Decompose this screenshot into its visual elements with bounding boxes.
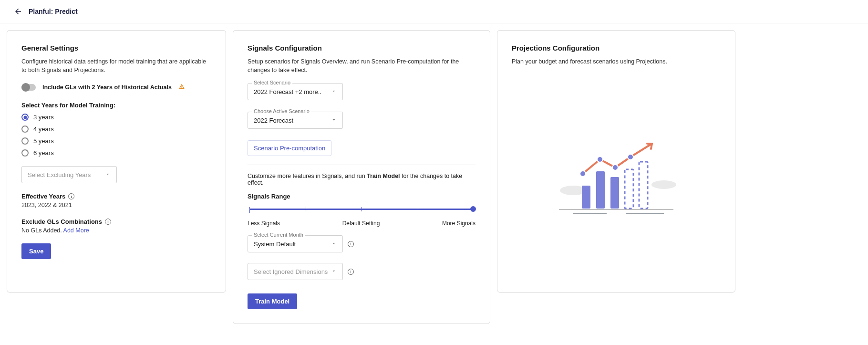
exclude-gls-value: No GLs Added. Add More bbox=[21, 227, 211, 234]
ignored-dimensions-placeholder: Select Ignored Dimensions bbox=[254, 268, 331, 275]
radio-label: 6 years bbox=[33, 149, 54, 157]
slider-labels: Less Signals Default Setting More Signal… bbox=[248, 220, 475, 227]
svg-rect-9 bbox=[639, 162, 648, 209]
signals-heading: Signals Configuration bbox=[248, 44, 475, 52]
select-scenario-label: Select Scenario bbox=[252, 80, 292, 85]
excluding-years-select[interactable]: Select Excluding Years bbox=[21, 166, 117, 183]
general-heading: General Settings bbox=[21, 44, 211, 52]
ignored-dimensions-dropdown[interactable]: Select Ignored Dimensions bbox=[248, 263, 343, 280]
chevron-down-icon bbox=[105, 171, 111, 178]
projections-desc: Plan your budget and forecast scenarios … bbox=[512, 58, 721, 66]
back-arrow-icon[interactable] bbox=[13, 7, 23, 16]
slider-thumb[interactable] bbox=[470, 206, 476, 212]
svg-point-12 bbox=[612, 165, 618, 170]
projections-config-card: Projections Configuration Plan your budg… bbox=[497, 30, 735, 293]
customize-bold: Train Model bbox=[367, 173, 400, 179]
content-area: General Settings Configure historical da… bbox=[0, 23, 868, 331]
current-month-value: System Default bbox=[254, 240, 331, 248]
years-option-5[interactable]: 5 years bbox=[21, 137, 211, 145]
select-scenario-value: 2022 Forecast +2 more.. bbox=[254, 88, 331, 95]
years-option-3[interactable]: 3 years bbox=[21, 114, 211, 121]
svg-point-10 bbox=[580, 171, 586, 177]
signals-config-card: Signals Configuration Setup scenarios fo… bbox=[233, 30, 490, 324]
signals-range-slider-wrap: Less Signals Default Setting More Signal… bbox=[248, 205, 475, 227]
chevron-down-icon bbox=[331, 240, 337, 248]
excluding-years-placeholder: Select Excluding Years bbox=[28, 171, 105, 178]
customize-prefix: Customize more features in Signals, and … bbox=[248, 173, 367, 179]
radio-icon bbox=[21, 114, 29, 121]
active-scenario-dropdown[interactable]: Choose Active Scenario 2022 Forecast bbox=[248, 112, 343, 129]
signals-desc: Setup scenarios for Signals Overview, an… bbox=[248, 58, 475, 74]
current-month-label: Select Current Month bbox=[252, 232, 305, 238]
signals-range-slider[interactable] bbox=[249, 205, 474, 218]
page-title: Planful: Predict bbox=[29, 8, 78, 15]
svg-rect-6 bbox=[596, 171, 605, 209]
chevron-down-icon bbox=[331, 117, 337, 124]
svg-rect-8 bbox=[625, 169, 633, 209]
signals-range-label: Signals Range bbox=[248, 193, 475, 200]
svg-rect-7 bbox=[610, 177, 619, 209]
radio-label: 3 years bbox=[33, 114, 54, 121]
effective-years-value: 2023, 2022 & 2021 bbox=[21, 202, 211, 209]
range-max-label: More Signals bbox=[442, 220, 475, 227]
effective-years-label: Effective Years bbox=[21, 193, 65, 200]
save-button[interactable]: Save bbox=[21, 243, 51, 259]
exclude-gls-label: Exclude GLs Combinations bbox=[21, 218, 102, 225]
include-gls-row: Include GLs with 2 Years of Historical A… bbox=[21, 83, 211, 91]
effective-years-block: Effective Years i 2023, 2022 & 2021 bbox=[21, 193, 211, 209]
active-scenario-label: Choose Active Scenario bbox=[252, 108, 311, 114]
range-mid-label: Default Setting bbox=[342, 220, 380, 227]
include-gls-toggle[interactable] bbox=[21, 84, 36, 91]
scenario-precompute-button[interactable]: Scenario Pre-computation bbox=[248, 140, 331, 156]
projections-heading: Projections Configuration bbox=[512, 44, 721, 52]
warning-icon bbox=[178, 83, 185, 91]
exclude-gls-text: No GLs Added. bbox=[21, 227, 63, 234]
select-scenario-dropdown[interactable]: Select Scenario 2022 Forecast +2 more.. bbox=[248, 83, 343, 100]
divider bbox=[248, 165, 475, 165]
active-scenario-value: 2022 Forecast bbox=[254, 117, 331, 124]
chevron-down-icon bbox=[331, 88, 337, 95]
years-option-4[interactable]: 4 years bbox=[21, 125, 211, 133]
svg-point-11 bbox=[597, 157, 603, 162]
years-option-6[interactable]: 6 years bbox=[21, 149, 211, 157]
general-settings-card: General Settings Configure historical da… bbox=[7, 30, 226, 293]
projections-illustration bbox=[512, 75, 721, 278]
exclude-gls-block: Exclude GLs Combinations i No GLs Added.… bbox=[21, 218, 211, 234]
radio-label: 5 years bbox=[33, 137, 54, 145]
include-gls-label: Include GLs with 2 Years of Historical A… bbox=[42, 84, 172, 91]
years-radio-group: 3 years 4 years 5 years 6 years bbox=[21, 114, 211, 157]
svg-point-13 bbox=[628, 154, 633, 160]
page-header: Planful: Predict bbox=[0, 0, 868, 23]
range-min-label: Less Signals bbox=[248, 220, 280, 227]
radio-icon bbox=[21, 149, 29, 157]
svg-point-1 bbox=[651, 180, 676, 189]
radio-icon bbox=[21, 125, 29, 133]
add-more-link[interactable]: Add More bbox=[63, 227, 89, 234]
info-icon[interactable]: i bbox=[348, 269, 354, 275]
svg-rect-5 bbox=[582, 186, 590, 209]
current-month-dropdown[interactable]: Select Current Month System Default bbox=[248, 235, 343, 252]
info-icon[interactable]: i bbox=[105, 219, 111, 225]
info-icon[interactable]: i bbox=[348, 241, 354, 247]
chevron-down-icon bbox=[331, 268, 337, 275]
info-icon[interactable]: i bbox=[68, 193, 74, 199]
customize-desc: Customize more features in Signals, and … bbox=[248, 173, 475, 186]
radio-label: 4 years bbox=[33, 125, 54, 133]
years-label: Select Years for Model Training: bbox=[21, 102, 211, 109]
train-model-button[interactable]: Train Model bbox=[248, 293, 297, 309]
radio-icon bbox=[21, 137, 29, 145]
general-desc: Configure historical data settings for m… bbox=[21, 58, 211, 74]
